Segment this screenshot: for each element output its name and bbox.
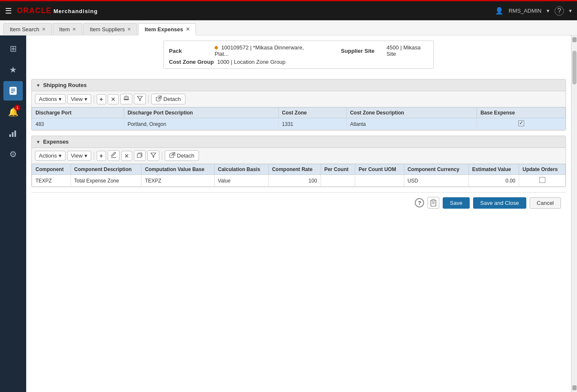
expenses-detach-button[interactable]: Detach	[165, 150, 199, 161]
toolbar-separator-2	[148, 95, 149, 103]
filter-icon	[150, 152, 156, 159]
svg-rect-3	[11, 92, 14, 93]
expenses-add-button[interactable]: +	[97, 151, 106, 161]
col-update-orders: Update Orders	[519, 164, 566, 175]
save-close-button[interactable]: Save and Close	[473, 197, 526, 209]
actions-dropdown-icon: ▾	[59, 152, 62, 159]
info-card: Pack 100109572 | *Mikasa Dinnerware, Pla…	[163, 41, 434, 69]
col-component-currency: Component Currency	[404, 164, 468, 175]
help-dropdown-icon[interactable]: ▾	[569, 8, 572, 14]
tab-item[interactable]: Item ✕	[53, 23, 82, 35]
help-footer-icon[interactable]: ?	[415, 198, 424, 207]
shipping-routes-delete-button[interactable]: ✕	[108, 94, 119, 104]
sidebar-icon-notifications[interactable]: 🔔 1	[3, 102, 23, 122]
tab-label: Item Search	[10, 26, 39, 33]
detach-icon	[169, 152, 175, 159]
cell-component: TEXPZ	[32, 175, 71, 187]
toolbar-separator	[94, 152, 94, 160]
shipping-routes-title: Shipping Routes	[43, 82, 87, 88]
shipping-routes-filter-button[interactable]	[134, 94, 146, 104]
tab-close-icon[interactable]: ✕	[42, 27, 46, 32]
expenses-table: Component Component Description Computat…	[32, 164, 566, 187]
cancel-button[interactable]: Cancel	[530, 197, 561, 209]
delete-icon: ✕	[111, 96, 116, 103]
tab-close-icon[interactable]: ✕	[72, 27, 76, 32]
sidebar-icon-tasks[interactable]	[3, 81, 23, 101]
tab-bar: Item Search ✕ Item ✕ Item Suppliers ✕ It…	[0, 20, 577, 35]
shipping-routes-header[interactable]: ▼ Shipping Routes	[32, 79, 566, 91]
sidebar-icon-settings[interactable]: ⚙	[3, 144, 23, 164]
clipboard-footer-icon[interactable]	[427, 197, 439, 209]
delete-icon: ✕	[124, 152, 129, 159]
svg-rect-2	[11, 90, 15, 91]
cell-calculation-basis: Value	[214, 175, 268, 187]
col-base-expense: Base Expense	[477, 108, 566, 118]
help-button[interactable]: ?	[555, 6, 564, 16]
expenses-section: ▼ Expenses Actions ▾ View ▾ +	[31, 136, 566, 187]
expenses-header[interactable]: ▼ Expenses	[32, 136, 566, 148]
svg-rect-1	[11, 89, 15, 90]
save-button[interactable]: Save	[443, 197, 470, 209]
footer-bar: ? Save Save and Close Cancel	[31, 192, 566, 213]
tab-label: Item Expenses	[144, 26, 183, 33]
scrollbar[interactable]	[571, 35, 577, 392]
pack-label: Pack	[169, 48, 211, 54]
supplier-site-label: Supplier Site	[341, 48, 383, 54]
table-row[interactable]: 483 Portland, Oregon 1331 Atlanta	[32, 118, 566, 130]
tab-close-icon[interactable]: ✕	[186, 27, 190, 32]
expenses-filter-button[interactable]	[147, 150, 159, 161]
view-dropdown-icon: ▾	[84, 96, 87, 102]
expenses-copy-button[interactable]	[134, 150, 146, 161]
cell-update-orders	[519, 175, 566, 187]
sidebar-icon-reports[interactable]	[3, 123, 23, 143]
svg-rect-14	[432, 199, 435, 201]
supplier-site-value: 4500 | Mikasa Site	[386, 44, 428, 57]
col-per-count: Per Count	[321, 164, 355, 175]
cell-base-expense	[477, 118, 566, 130]
tab-close-icon[interactable]: ✕	[127, 27, 131, 32]
username-label[interactable]: RMS_ADMIN	[509, 8, 542, 14]
col-discharge-port: Discharge Port	[32, 108, 124, 118]
notification-badge: 1	[14, 105, 20, 111]
pack-value: 100109572 | *Mikasa Dinnerware, Plat...	[215, 44, 314, 57]
svg-rect-5	[12, 132, 14, 137]
shipping-routes-add-button[interactable]: +	[97, 94, 106, 104]
cell-discharge-port-desc: Portland, Oregon	[124, 118, 278, 130]
cell-component-desc: Total Expense Zone	[71, 175, 142, 187]
expenses-actions-button[interactable]: Actions ▾	[35, 151, 65, 161]
cell-cost-zone-desc: Atlanta	[346, 118, 477, 130]
cell-per-count	[321, 175, 355, 187]
scrollbar-thumb[interactable]	[572, 51, 577, 84]
cell-component-rate: 100	[268, 175, 321, 187]
collapse-expenses-icon: ▼	[36, 139, 41, 144]
shipping-routes-edit-button[interactable]	[120, 94, 132, 104]
shipping-routes-detach-button[interactable]: Detach	[151, 94, 185, 104]
scroll-down-icon[interactable]	[572, 385, 577, 390]
svg-rect-11	[137, 154, 141, 158]
cell-discharge-port: 483	[32, 118, 124, 130]
app-name: Merchandising	[52, 8, 98, 14]
base-expense-checkbox[interactable]	[518, 120, 524, 126]
shipping-routes-actions-button[interactable]: Actions ▾	[35, 94, 65, 104]
shipping-routes-toolbar: Actions ▾ View ▾ + ✕	[32, 91, 566, 107]
hamburger-menu-icon[interactable]: ☰	[5, 6, 12, 16]
tab-item-search[interactable]: Item Search ✕	[3, 23, 52, 35]
edit-icon	[111, 152, 117, 159]
col-per-count-uom: Per Count UOM	[355, 164, 404, 175]
update-orders-checkbox[interactable]	[539, 177, 545, 183]
user-dropdown-icon[interactable]: ▾	[547, 8, 550, 14]
expenses-edit-button[interactable]	[108, 150, 120, 161]
sidebar: ⊞ ★ 🔔 1 ⚙	[0, 35, 26, 392]
shipping-routes-section: ▼ Shipping Routes Actions ▾ View ▾ + ✕	[31, 79, 566, 131]
expenses-delete-button[interactable]: ✕	[121, 151, 132, 161]
sidebar-icon-apps[interactable]: ⊞	[3, 39, 23, 58]
tab-item-suppliers[interactable]: Item Suppliers ✕	[83, 23, 137, 35]
sidebar-icon-favorites[interactable]: ★	[3, 60, 23, 79]
expenses-view-button[interactable]: View ▾	[67, 151, 91, 161]
tab-item-expenses[interactable]: Item Expenses ✕	[138, 23, 196, 35]
table-row[interactable]: TEXPZ Total Expense Zone TEXPZ Value 100…	[32, 175, 566, 187]
scroll-up-icon[interactable]	[572, 37, 577, 42]
shipping-routes-view-button[interactable]: View ▾	[67, 94, 91, 104]
expenses-toolbar: Actions ▾ View ▾ + ✕	[32, 148, 566, 164]
expenses-title: Expenses	[43, 139, 69, 145]
